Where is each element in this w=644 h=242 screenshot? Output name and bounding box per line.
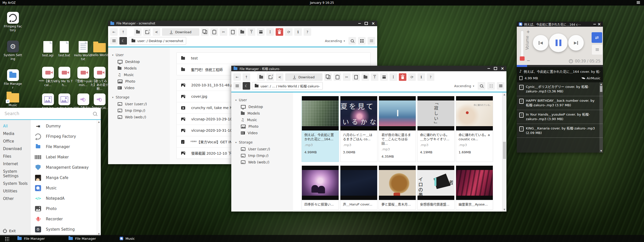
desktop-icon-system-setting[interactable]: ⚙ System Setting: [3, 41, 22, 61]
playlist-item[interactable]: In Your Hands＿yusukeP cover. by 柘榴-zakur…: [517, 110, 603, 124]
list-view-button[interactable]: [497, 82, 504, 90]
music-tile[interactable]: 「寂しい」 命に嫌われている。＿カンザキイオリ....mp34.19MB: [417, 96, 455, 162]
close-button[interactable]: ×: [598, 22, 601, 26]
menu-button[interactable]: [233, 82, 241, 90]
sidebar-item-photo[interactable]: Photo: [108, 78, 170, 85]
open-in-new-button[interactable]: [143, 28, 151, 36]
help-button[interactable]: ?: [427, 73, 434, 81]
new-folder-button[interactable]: [362, 73, 369, 81]
new-file-button[interactable]: [352, 73, 360, 81]
playlist-item[interactable]: Cynic＿ポリスピカデリー cover. by 柘榴-zakuro-.mp3 …: [517, 82, 603, 96]
app-item-label-maker[interactable]: Label Maker: [31, 152, 101, 162]
titlebar[interactable]: 例えば、今此処に置かれた花に＿164 c⋯ ×: [517, 22, 603, 27]
app-item-manga-cafe[interactable]: Manga Cafe: [31, 172, 101, 183]
archive-button[interactable]: [380, 73, 388, 81]
refresh-button[interactable]: ⟳: [285, 28, 293, 36]
desktop-icon-file-manager[interactable]: File Manager: [3, 69, 22, 90]
category-office[interactable]: Office: [0, 137, 31, 145]
sidebar-item-user-drive[interactable]: User (user:/): [231, 146, 293, 152]
share-button[interactable]: <: [276, 73, 283, 81]
rename-button[interactable]: I: [390, 73, 397, 81]
sidebar-item-video[interactable]: Video: [108, 85, 170, 91]
sidebar-group-storage[interactable]: ▾Storage: [108, 94, 170, 101]
sidebar-item-user-drive[interactable]: User (user:/): [108, 101, 170, 107]
category-system-tools[interactable]: System Tools: [0, 180, 31, 187]
search-icon[interactable]: [93, 112, 97, 116]
desktop-icon-music-folder[interactable]: ↗ Music: [3, 91, 22, 107]
category-utilities[interactable]: Utilities: [0, 187, 31, 195]
search-input[interactable]: [4, 111, 93, 116]
sidebar-item-models[interactable]: Models: [108, 65, 170, 72]
paste-button[interactable]: [210, 28, 218, 36]
music-tile[interactable]: 夢と葉桜＿青木月...: [379, 165, 416, 210]
menu-button[interactable]: [110, 37, 118, 45]
sidebar-item-music[interactable]: ♫Music: [231, 117, 293, 123]
minimize-button[interactable]: [593, 24, 596, 24]
sidebar-item-tmp-drive[interactable]: tmp (tmp:/): [108, 107, 170, 114]
sort-dropdown[interactable]: Ascending▾: [325, 39, 345, 43]
category-internet[interactable]: Internet: [0, 160, 31, 168]
titlebar[interactable]: File Manager - screenshot ×: [108, 21, 377, 26]
taskbar-item-file-manager-2[interactable]: File Manager: [69, 235, 96, 242]
exit-button[interactable]: Exit: [3, 229, 16, 233]
hamburger-menu-icon[interactable]: [637, 1, 640, 2]
close-button[interactable]: ×: [372, 21, 375, 25]
info-button[interactable]: i: [294, 28, 302, 36]
scrollbar-thumb[interactable]: [503, 142, 506, 159]
sidebar-item-music[interactable]: ♫Music: [108, 72, 170, 78]
delete-button[interactable]: [276, 28, 283, 36]
launcher-grid-icon[interactable]: [5, 236, 9, 241]
new-file-button[interactable]: [229, 28, 237, 36]
share-button[interactable]: <: [153, 28, 160, 36]
back-button[interactable]: ←: [233, 73, 241, 81]
download-button[interactable]: ↓Download: [162, 28, 199, 36]
copy-button[interactable]: [201, 28, 209, 36]
scrollbar-thumb[interactable]: [600, 86, 602, 92]
playlist-item[interactable]: HAPPY BIRTHDAY＿back number cover. by柘榴-z…: [517, 96, 603, 110]
category-system-settings[interactable]: System Settings: [0, 168, 31, 180]
volume-down-label[interactable]: −: [527, 58, 530, 63]
volume-up-label[interactable]: +: [526, 29, 530, 34]
desktop-icon-ffmpeg-factory[interactable]: FFmpeg Factory: [3, 12, 22, 32]
sidebar-group-user[interactable]: ▾User: [108, 51, 170, 58]
music-tile[interactable]: 君が夜の海に還るまで＿こんにちは谷田....mp34.35MB: [379, 96, 416, 162]
help-button[interactable]: ?: [304, 28, 311, 36]
download-button[interactable]: ↓Download: [285, 73, 323, 81]
desktop-icon-hello-world-folder[interactable]: Hello World: [90, 41, 109, 57]
scrollbar[interactable]: ▲ ▼: [502, 92, 506, 212]
playlist-item[interactable]: KING＿Kanaria cover. by 柘榴-zakuro-.mp3 (2…: [517, 124, 603, 138]
app-item-file-manager[interactable]: File Manager: [31, 142, 101, 152]
grid-view-button[interactable]: [487, 82, 495, 90]
sidebar-item-desktop[interactable]: Desktop: [231, 103, 293, 110]
file-row[interactable]: test: [177, 53, 370, 64]
sidebar-group-storage[interactable]: ▾Storage: [231, 139, 293, 146]
open-in-new-button[interactable]: [267, 73, 274, 81]
upload-button[interactable]: ↑: [371, 73, 378, 81]
minimize-button[interactable]: [488, 68, 490, 69]
delete-button[interactable]: [399, 73, 406, 81]
music-tile[interactable]: 声＿HaruP cover...: [340, 165, 377, 210]
list-view-button[interactable]: [368, 37, 375, 45]
scrollbar[interactable]: ▲ ▼: [97, 120, 101, 236]
maximize-button[interactable]: [494, 67, 497, 70]
scrollbar[interactable]: ▲ ▼: [599, 82, 603, 153]
category-files[interactable]: Files: [0, 153, 31, 160]
titlebar[interactable]: File Manager - 柘榴-zakuro- ×: [231, 66, 506, 71]
app-item-management-gateway[interactable]: Management Gateway: [31, 162, 101, 172]
grid-view-button[interactable]: [358, 37, 366, 45]
app-item-system-setting[interactable]: ⚙System Setting: [31, 224, 101, 234]
refresh-button[interactable]: ⟳: [408, 73, 416, 81]
sidebar-item-desktop[interactable]: Desktop: [108, 58, 170, 65]
category-download[interactable]: Download: [0, 145, 31, 153]
sort-dropdown[interactable]: Ascending▾: [454, 84, 474, 88]
music-tile[interactable]: 幽霊東京＿Ayase...: [456, 165, 493, 210]
next-button[interactable]: ▶: [568, 35, 584, 51]
theme-toggle-button[interactable]: ☾: [119, 37, 127, 45]
path-bar[interactable]: user: / ... / Hello World / 柘榴-zakuro-: [252, 82, 323, 90]
copy-button[interactable]: [324, 73, 332, 81]
sidebar-item-tmp-drive[interactable]: tmp (tmp:/): [231, 152, 293, 159]
app-item-recorder[interactable]: Recorder: [31, 214, 101, 224]
pause-button[interactable]: [549, 33, 568, 52]
app-item-ffmpeg-factory[interactable]: FFmpeg Factory: [31, 131, 101, 142]
close-button[interactable]: ×: [501, 66, 504, 71]
